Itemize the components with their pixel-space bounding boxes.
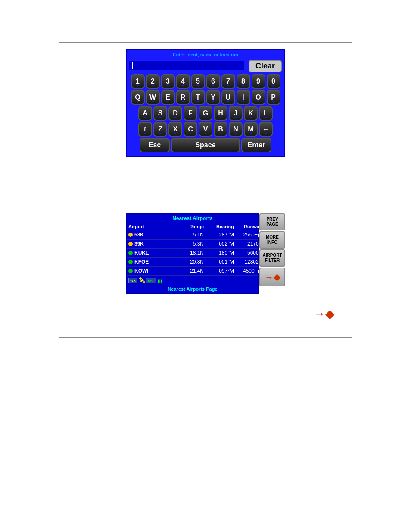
- col-runway: Runway: [234, 224, 262, 229]
- key-g[interactable]: G: [199, 106, 212, 121]
- key-z[interactable]: Z: [153, 122, 167, 137]
- table-row[interactable]: KFOE 20.8N 001°M 12802F: [127, 258, 258, 267]
- side-buttons: PREVPAGE MOREINFO AIRPORTFILTER →◆: [259, 213, 285, 287]
- keyboard-prompt: Enter Ident, name or location: [130, 52, 281, 57]
- key-x[interactable]: X: [168, 122, 182, 137]
- col-airport: Airport: [128, 224, 180, 229]
- key-o[interactable]: O: [252, 90, 265, 105]
- body-airport-icon: →◆: [313, 307, 335, 321]
- qwerty-row: Q W E R T Y U I O P: [128, 90, 283, 105]
- airport-bearing-kukl: 180°M: [204, 250, 234, 256]
- key-i[interactable]: I: [237, 90, 250, 105]
- page-wrapper: Enter Ident, name or location Clear 1 2 …: [0, 0, 411, 532]
- airport-runway-kowi: 4500F ▶: [234, 268, 262, 274]
- key-p[interactable]: P: [267, 90, 280, 105]
- top-divider: [59, 42, 352, 43]
- bottom-row: Esc Space Enter: [128, 138, 283, 152]
- key-6[interactable]: 6: [206, 74, 220, 89]
- key-5[interactable]: 5: [191, 74, 205, 89]
- airport-filter-button[interactable]: AIRPORTFILTER: [259, 249, 285, 267]
- key-7[interactable]: 7: [221, 74, 235, 89]
- key-shift[interactable]: ⇧: [138, 122, 152, 137]
- key-2[interactable]: 2: [146, 74, 160, 89]
- table-row[interactable]: KOWI 21.4N 097°M 4500F ▶: [127, 267, 258, 276]
- key-f[interactable]: F: [184, 106, 197, 121]
- key-b[interactable]: B: [214, 122, 227, 137]
- dot-green-icon: [128, 269, 133, 273]
- column-headers: Airport Range Bearing Runway: [127, 223, 258, 230]
- airport-range-39k: 5.3N: [180, 241, 204, 247]
- airports-panel: Nearest Airports Airport Range Bearing R…: [126, 213, 259, 294]
- key-y[interactable]: Y: [206, 90, 220, 105]
- key-u[interactable]: U: [221, 90, 235, 105]
- table-row[interactable]: 53K 5.1N 287°M 2560F ▶: [127, 230, 258, 240]
- key-n[interactable]: N: [229, 122, 243, 137]
- keyboard-cursor: [132, 62, 133, 69]
- body-icon-area: →◆: [59, 307, 352, 321]
- key-enter[interactable]: Enter: [241, 138, 271, 152]
- clear-button[interactable]: Clear: [249, 60, 282, 72]
- key-h[interactable]: H: [214, 106, 227, 121]
- key-k[interactable]: K: [244, 106, 258, 121]
- key-r[interactable]: R: [176, 90, 190, 105]
- key-1[interactable]: 1: [131, 74, 145, 89]
- airport-waypoint-icon: →◆: [265, 272, 280, 282]
- number-row: 1 2 3 4 5 6 7 8 9 0: [128, 74, 283, 89]
- airport-runway-53k: 2560F ▶: [234, 232, 262, 238]
- key-l[interactable]: L: [259, 106, 273, 121]
- bottom-divider: [59, 337, 352, 338]
- key-j[interactable]: J: [229, 106, 243, 121]
- airport-name-39k: 39K: [128, 241, 180, 247]
- dot-yellow-icon: [128, 242, 133, 246]
- keyboard-container: Enter Ident, name or location Clear 1 2 …: [126, 49, 285, 157]
- key-q[interactable]: Q: [131, 90, 145, 105]
- more-info-button[interactable]: MOREINFO: [259, 231, 285, 249]
- key-0[interactable]: 0: [267, 74, 280, 89]
- key-v[interactable]: V: [199, 122, 212, 137]
- keyboard-header: Enter Ident, name or location: [128, 51, 283, 58]
- bat-icon: BAT: [146, 278, 156, 283]
- airport-runway-kfoe: 12802F: [234, 259, 262, 265]
- status-bar: WX 🛰 BAT ▮▮: [127, 276, 258, 285]
- airport-range-kukl: 18.1N: [180, 250, 204, 256]
- airport-bearing-53k: 287°M: [204, 232, 234, 238]
- asdf-row: A S D F G H J K L: [128, 106, 283, 121]
- airport-waypoint-button[interactable]: →◆: [259, 268, 285, 286]
- key-8[interactable]: 8: [237, 74, 250, 89]
- key-s[interactable]: S: [153, 106, 167, 121]
- airport-name-kowi: KOWI: [128, 268, 180, 274]
- dot-green-icon: [128, 251, 133, 255]
- airport-range-kfoe: 20.8N: [180, 259, 204, 265]
- airport-runway-kukl: 5600F: [234, 250, 262, 256]
- key-9[interactable]: 9: [252, 74, 265, 89]
- key-t[interactable]: T: [191, 90, 205, 105]
- key-space[interactable]: Space: [171, 138, 240, 152]
- airports-wrapper: Nearest Airports Airport Range Bearing R…: [126, 213, 285, 294]
- col-bearing: Bearing: [204, 224, 234, 229]
- key-m[interactable]: M: [244, 122, 258, 137]
- key-w[interactable]: W: [146, 90, 160, 105]
- dot-green-icon: [128, 260, 133, 264]
- satellite-icon: 🛰: [139, 277, 145, 284]
- wx-icon: WX: [128, 278, 137, 283]
- prev-page-button[interactable]: PREVPAGE: [259, 213, 285, 230]
- zxcv-row: ⇧ Z X C V B N M ←: [128, 122, 283, 137]
- key-4[interactable]: 4: [176, 74, 190, 89]
- airport-runway-39k: 2170F: [234, 241, 262, 247]
- airport-name-kukl: KUKL: [128, 250, 180, 256]
- table-row[interactable]: KUKL 18.1N 180°M 5600F: [127, 249, 258, 258]
- airport-bearing-kfoe: 001°M: [204, 259, 234, 265]
- key-esc[interactable]: Esc: [140, 138, 170, 152]
- table-row[interactable]: 39K 5.3N 002°M 2170F: [127, 240, 258, 249]
- airport-bearing-39k: 002°M: [204, 241, 234, 247]
- key-a[interactable]: A: [138, 106, 152, 121]
- key-backspace[interactable]: ←: [259, 122, 273, 137]
- keyboard-input-bar[interactable]: [129, 61, 244, 70]
- key-e[interactable]: E: [161, 90, 175, 105]
- airports-title-bar: Nearest Airports: [127, 214, 258, 223]
- airport-bearing-kowi: 097°M: [204, 268, 234, 274]
- key-d[interactable]: D: [168, 106, 182, 121]
- dot-yellow-icon: [128, 233, 133, 237]
- key-c[interactable]: C: [184, 122, 197, 137]
- key-3[interactable]: 3: [161, 74, 175, 89]
